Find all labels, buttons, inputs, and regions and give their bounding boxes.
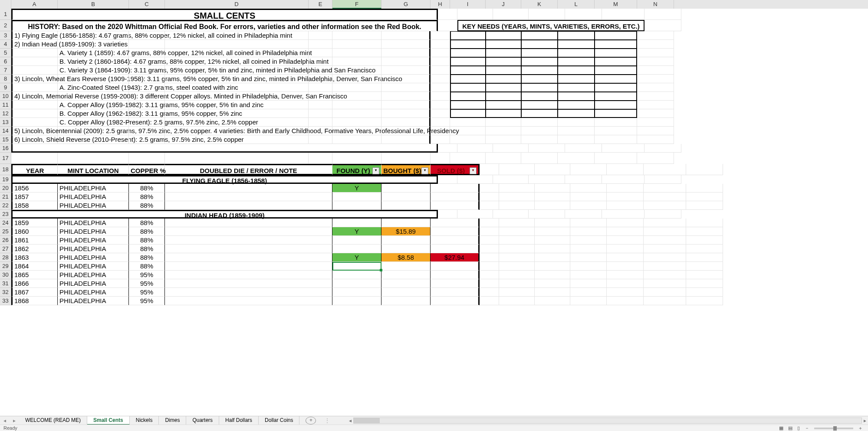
cell-copper[interactable]: 95% [129, 271, 165, 279]
row-header[interactable]: 22 [0, 201, 11, 210]
col-F[interactable]: F [332, 0, 381, 9]
cell-year[interactable]: 1868 [11, 297, 58, 305]
hdr-found[interactable]: FOUND (Y)▾ [332, 164, 381, 175]
cell-year[interactable]: 1857 [11, 193, 58, 201]
cell-found[interactable] [332, 201, 381, 210]
key-needs-cell[interactable] [521, 31, 558, 40]
col-M[interactable]: M [595, 0, 637, 9]
row-header[interactable]: 6 [0, 57, 11, 66]
key-needs-cell[interactable] [595, 31, 637, 40]
cell-found[interactable] [332, 297, 381, 305]
col-I[interactable]: I [450, 0, 486, 9]
key-needs-cell[interactable] [595, 92, 637, 101]
row-header[interactable]: 31 [0, 279, 11, 288]
cell-sold[interactable] [431, 219, 480, 227]
cell-bought[interactable] [381, 271, 431, 279]
cell-found[interactable] [332, 262, 381, 271]
filter-icon[interactable]: ▾ [372, 167, 379, 174]
cell-year[interactable]: 1865 [11, 271, 58, 279]
row-header[interactable]: 13 [0, 118, 11, 127]
cell-year[interactable]: 1867 [11, 288, 58, 297]
row-header[interactable]: 26 [0, 236, 11, 245]
cell-mint[interactable]: PHILADELPHIA [58, 253, 129, 262]
view-page-layout-icon[interactable]: ▤ [788, 425, 792, 431]
scroll-left-icon[interactable]: ◂ [347, 418, 353, 424]
row-header[interactable]: 3 [0, 31, 11, 40]
key-needs-cell[interactable] [486, 92, 521, 101]
cell-sold[interactable]: $27.94 [431, 253, 480, 262]
row-header[interactable]: 32 [0, 288, 11, 297]
cell-year[interactable]: 1859 [11, 219, 58, 227]
cell-copper[interactable]: 88% [129, 227, 165, 236]
cell-year[interactable]: 1866 [11, 279, 58, 288]
cell-copper[interactable]: 88% [129, 236, 165, 245]
scrollbar-thumb[interactable] [354, 418, 380, 423]
cell-bought[interactable] [381, 262, 431, 271]
col-J[interactable]: J [486, 0, 521, 9]
row-header[interactable]: 16 [0, 144, 11, 153]
key-needs-header[interactable]: KEY NEEDS (YEARS, MINTS, VARIETIES, ERRO… [457, 20, 644, 31]
row-header[interactable]: 27 [0, 245, 11, 253]
key-needs-cell[interactable] [486, 101, 521, 109]
cell-mint[interactable]: PHILADELPHIA [58, 219, 129, 227]
key-needs-cell[interactable] [486, 49, 521, 57]
key-needs-cell[interactable] [486, 31, 521, 40]
row-header[interactable]: 25 [0, 227, 11, 236]
cell-sold[interactable] [431, 262, 480, 271]
cell-found[interactable]: Y [332, 253, 381, 262]
row-header[interactable]: 30 [0, 271, 11, 279]
view-page-break-icon[interactable]: ▯ [797, 425, 800, 431]
key-needs-cell[interactable] [558, 31, 595, 40]
sheet-tab[interactable]: Small Cents [87, 416, 130, 425]
horizontal-scrollbar[interactable]: ◂ ▸ [347, 418, 868, 424]
key-needs-cell[interactable] [558, 109, 595, 118]
cell-sold[interactable] [431, 297, 480, 305]
row-header[interactable]: 11 [0, 101, 11, 109]
cell-found[interactable] [332, 236, 381, 245]
key-needs-cell[interactable] [450, 83, 486, 92]
cell-note[interactable] [165, 201, 332, 210]
key-needs-cell[interactable] [521, 92, 558, 101]
cell-found[interactable] [332, 279, 381, 288]
cell-note[interactable] [165, 245, 332, 253]
cell-year[interactable]: 1858 [11, 201, 58, 210]
cell-note[interactable] [165, 227, 332, 236]
cell-note[interactable] [165, 236, 332, 245]
row-header[interactable]: 15 [0, 135, 11, 144]
cell-year[interactable]: 1860 [11, 227, 58, 236]
col-D[interactable]: D [165, 0, 309, 9]
row-header[interactable]: 5 [0, 49, 11, 57]
cell-bought[interactable] [381, 236, 431, 245]
key-needs-cell[interactable] [595, 75, 637, 83]
cell-bought[interactable] [381, 193, 431, 201]
key-needs-cell[interactable] [450, 101, 486, 109]
cell-found[interactable] [332, 271, 381, 279]
key-needs-cell[interactable] [486, 57, 521, 66]
col-N[interactable]: N [637, 0, 674, 9]
cell-sold[interactable] [431, 288, 480, 297]
key-needs-cell[interactable] [486, 66, 521, 75]
cell-found[interactable]: Y [332, 184, 381, 193]
key-needs-cell[interactable] [521, 57, 558, 66]
section-title[interactable]: INDIAN HEAD (1859-1909) [11, 210, 438, 219]
hdr-mint[interactable]: MINT LOCATION [58, 164, 129, 175]
row-header[interactable]: 21 [0, 193, 11, 201]
cell-sold[interactable] [431, 279, 480, 288]
tab-nav-prev[interactable]: ◂ [0, 418, 10, 424]
key-needs-cell[interactable] [450, 66, 486, 75]
add-sheet-button[interactable]: + [306, 417, 316, 424]
hdr-sold[interactable]: SOLD ($)▾ [431, 164, 480, 175]
cell-mint[interactable]: PHILADELPHIA [58, 184, 129, 193]
sheet-tab[interactable]: Quarters [186, 416, 219, 425]
cell-note[interactable] [165, 271, 332, 279]
cell-found[interactable] [332, 288, 381, 297]
col-L[interactable]: L [558, 0, 595, 9]
cell-mint[interactable]: PHILADELPHIA [58, 227, 129, 236]
cell-copper[interactable]: 88% [129, 193, 165, 201]
row-header[interactable]: 14 [0, 127, 11, 135]
cell-found[interactable] [332, 219, 381, 227]
select-all-corner[interactable] [0, 0, 11, 9]
key-needs-cell[interactable] [486, 40, 521, 49]
cell-year[interactable]: 1856 [11, 184, 58, 193]
cell-mint[interactable]: PHILADELPHIA [58, 236, 129, 245]
